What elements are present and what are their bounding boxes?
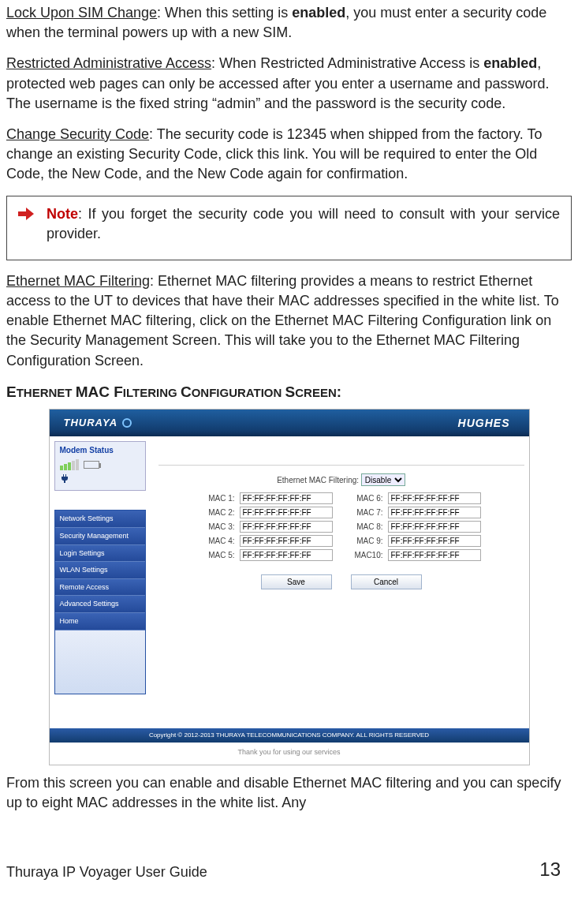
mac-row-1: MAC 1: [202, 492, 333, 504]
save-button[interactable]: Save [261, 574, 332, 589]
screenshot-mac-filtering: THURAYA HUGHES Modem Status Net [49, 409, 530, 765]
sidebar: Modem Status Network Settings Security M… [50, 436, 151, 728]
nav-network-settings[interactable]: Network Settings [55, 511, 145, 528]
mac-row-5: MAC 5: [202, 549, 333, 561]
plug-icon [60, 473, 140, 484]
mac-input-8[interactable] [388, 521, 481, 533]
csc-title: Change Security Code [6, 126, 149, 142]
modem-status-panel: Modem Status [54, 441, 146, 491]
thuraya-logo: THURAYA [64, 416, 132, 430]
mac-row-8: MAC 8: [350, 521, 481, 533]
signal-icon [60, 459, 79, 470]
para-emf: Ethernet MAC Filtering: Ethernet MAC fil… [6, 271, 572, 371]
mac-row-9: MAC 9: [350, 535, 481, 547]
mac-filter-label: Ethernet MAC Filtering: [277, 476, 359, 484]
para-raa: Restricted Administrative Access: When R… [6, 54, 572, 114]
cancel-button[interactable]: Cancel [351, 574, 422, 589]
raa-title: Restricted Administrative Access [6, 55, 211, 71]
lock-title: Lock Upon SIM Change [6, 5, 157, 21]
mac-input-4[interactable] [240, 535, 333, 547]
mac-row-3: MAC 3: [202, 521, 333, 533]
footer-title: Thuraya IP Voyager User Guide [6, 862, 207, 882]
nav-security-management[interactable]: Security Management [55, 528, 145, 545]
heading-mac-filter-screen: ETHERNET MAC FILTERING CONFIGURATION SCR… [6, 382, 572, 403]
mac-row-10: MAC10: [350, 549, 481, 561]
mac-row-2: MAC 2: [202, 507, 333, 518]
note-text: Note: If you forget the security code yo… [47, 204, 560, 244]
mac-input-2[interactable] [240, 507, 333, 518]
mac-input-6[interactable] [388, 492, 481, 504]
mac-input-3[interactable] [240, 521, 333, 533]
nav-wlan-settings[interactable]: WLAN Settings [55, 562, 145, 579]
ui-thanks: Thank you for using our services [50, 743, 529, 765]
main-panel: Ethernet MAC Filtering: Disable MAC 1: M… [151, 436, 529, 728]
mac-input-7[interactable] [388, 507, 481, 518]
page-footer: Thuraya IP Voyager User Guide 13 [6, 842, 572, 883]
page-number: 13 [539, 856, 561, 883]
hughes-logo: HUGHES [458, 416, 510, 432]
para-csc: Change Security Code: The security code … [6, 125, 572, 185]
battery-icon [84, 461, 99, 469]
mac-filter-row: Ethernet MAC Filtering: Disable [158, 473, 524, 486]
mac-grid: MAC 1: MAC 2: MAC 3: MAC 4: MAC 5: MAC 6… [158, 492, 524, 563]
nav-login-settings[interactable]: Login Settings [55, 545, 145, 563]
emf-title: Ethernet MAC Filtering [6, 273, 150, 289]
globe-icon [122, 418, 132, 428]
mac-input-10[interactable] [388, 549, 481, 561]
nav-menu: Network Settings Security Management Log… [54, 510, 146, 694]
para-lock: Lock Upon SIM Change: When this setting … [6, 3, 572, 43]
mac-row-4: MAC 4: [202, 535, 333, 547]
nav-home[interactable]: Home [55, 613, 145, 630]
nav-advanced-settings[interactable]: Advanced Settings [55, 596, 145, 613]
para-post: From this screen you can enable and disa… [6, 773, 572, 813]
ui-copyright-bar: Copyright © 2012-2013 THURAYA TELECOMMUN… [50, 728, 529, 742]
mac-row-7: MAC 7: [350, 507, 481, 518]
modem-status-title: Modem Status [60, 445, 140, 456]
mac-input-5[interactable] [240, 549, 333, 561]
ui-header: THURAYA HUGHES [50, 410, 529, 436]
mac-input-1[interactable] [240, 492, 333, 504]
nav-remote-access[interactable]: Remote Access [55, 579, 145, 597]
mac-filter-select[interactable]: Disable [361, 473, 405, 486]
nav-tail [55, 630, 145, 694]
mac-row-6: MAC 6: [350, 492, 481, 504]
note-box: Note: If you forget the security code yo… [6, 196, 572, 260]
mac-input-9[interactable] [388, 535, 481, 547]
arrow-right-icon [18, 207, 34, 226]
